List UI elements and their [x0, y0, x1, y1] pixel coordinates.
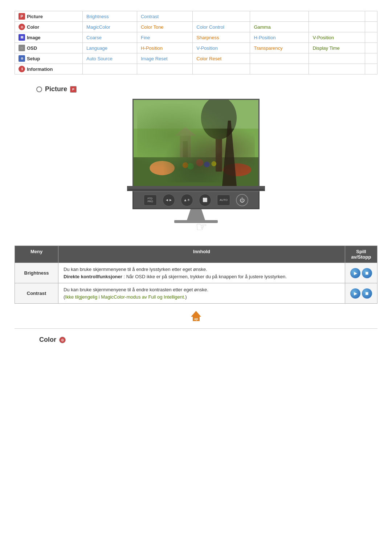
- svg-rect-14: [134, 100, 258, 129]
- control-btn-menu2[interactable]: ⬜: [199, 194, 211, 206]
- menu-cell-brightness: Brightness: [15, 263, 58, 283]
- col-header-menu: Meny: [15, 246, 58, 263]
- nav-hposition-osd[interactable]: H-Position: [141, 45, 163, 51]
- svg-point-3: [201, 100, 237, 139]
- content-cell-contrast: Du kan bruke skjermmenyene til å endre k…: [58, 283, 345, 304]
- nav-sharpness[interactable]: Sharpness: [196, 35, 219, 40]
- nav-label-information[interactable]: ℹ Information: [19, 66, 79, 72]
- nav-contrast[interactable]: Contrast: [141, 14, 159, 19]
- monitor-stand: [187, 209, 205, 220]
- monitor-controls: FTDPRO ◄► ▲☀ ⬜ AUTO ⏻: [132, 191, 260, 209]
- play-cell-contrast: ▶ ⏹: [345, 283, 377, 304]
- nav-colorreset[interactable]: Color Reset: [196, 56, 221, 61]
- brightness-content: Du kan bruke skjermmenyene til å endre l…: [64, 267, 287, 279]
- brightness-bold: Direkte kontrollfunksjoner: [64, 274, 122, 279]
- nav-coarse[interactable]: Coarse: [86, 35, 102, 40]
- color-section-header: Color ◎: [36, 336, 377, 344]
- contrast-play-buttons: ▶ ⏹: [350, 288, 372, 299]
- nav-label-setup[interactable]: ⚙ Setup: [19, 55, 79, 62]
- nav-hposition-img[interactable]: H-Position: [254, 35, 275, 40]
- section-divider: [15, 328, 377, 329]
- contrast-play-btn[interactable]: ▶: [350, 288, 360, 299]
- nav-autosource[interactable]: Auto Source: [86, 56, 113, 61]
- table-header-row: Meny Innhold Spillav/Stopp: [15, 246, 377, 263]
- control-btn-power[interactable]: ⏻: [236, 194, 248, 206]
- nav-brightness[interactable]: Brightness: [86, 14, 109, 19]
- control-btn-auto[interactable]: AUTO: [217, 195, 230, 206]
- monitor-bezel: [127, 186, 265, 191]
- table-row-contrast: Contrast Du kan bruke skjermmenyene til …: [15, 283, 377, 304]
- up-arrow-wrapper: up: [15, 311, 377, 321]
- navigation-table: P Picture Brightness Contrast ◎ Color Ma…: [15, 11, 377, 74]
- nav-colorcontrol[interactable]: Color Control: [196, 24, 224, 30]
- table-row-brightness: Brightness Du kan bruke skjermmenyene ti…: [15, 263, 377, 283]
- nav-vposition-osd[interactable]: V-Position: [196, 45, 218, 51]
- nav-row-picture: P Picture Brightness Contrast: [15, 11, 377, 22]
- svg-point-13: [223, 163, 252, 177]
- arrow-head-icon: [191, 311, 201, 317]
- nav-row-image: 🖼 Image Coarse Fine Sharpness H-Position…: [15, 32, 377, 43]
- picture-section-title: Picture: [45, 85, 67, 93]
- control-btn-menu[interactable]: FTDPRO: [144, 195, 157, 206]
- brightness-label: Brightness: [24, 270, 49, 276]
- nav-row-osd: □ OSD Language H-Position V-Position Tra…: [15, 43, 377, 53]
- col-header-content: Innhold: [58, 246, 345, 263]
- color-small-icon: ◎: [59, 337, 66, 343]
- nav-displaytime[interactable]: Display Time: [313, 45, 339, 51]
- picture-circle-icon: [36, 86, 42, 92]
- up-label: up: [193, 317, 200, 321]
- svg-point-8: [204, 162, 210, 167]
- play-cell-brightness: ▶ ⏹: [345, 263, 377, 283]
- contrast-content: Du kan bruke skjermmenyene til å endre k…: [64, 287, 208, 300]
- monitor-display: FTDPRO ◄► ▲☀ ⬜ AUTO ⏻ ☞: [15, 99, 377, 235]
- svg-rect-4: [180, 136, 191, 157]
- svg-point-10: [211, 161, 216, 166]
- content-table-wrapper: Meny Innhold Spillav/Stopp Brightness Du…: [15, 246, 377, 304]
- nav-transparency[interactable]: Transparency: [254, 45, 282, 51]
- image-icon: 🖼: [19, 34, 25, 41]
- brightness-play-btn[interactable]: ▶: [350, 268, 360, 278]
- nav-magiccolor[interactable]: MagicColor: [86, 24, 110, 30]
- contrast-link[interactable]: Ikke tilgjengelig i MagicColor-modus av …: [65, 294, 185, 300]
- monitor-screen: [132, 99, 260, 186]
- svg-marker-5: [175, 127, 196, 136]
- up-arrow[interactable]: up: [191, 311, 201, 321]
- nav-gamma[interactable]: Gamma: [254, 24, 270, 30]
- svg-point-9: [187, 163, 194, 170]
- brightness-stop-btn[interactable]: ⏹: [362, 268, 372, 278]
- nav-language[interactable]: Language: [86, 45, 107, 51]
- nav-label-image[interactable]: 🖼 Image: [19, 34, 79, 41]
- nav-label-color[interactable]: ◎ Color: [19, 24, 79, 30]
- nav-vposition-img[interactable]: V-Position: [313, 35, 334, 40]
- svg-rect-1: [134, 157, 258, 186]
- svg-point-7: [196, 159, 203, 166]
- control-btn-back[interactable]: ◄►: [163, 194, 175, 206]
- svg-rect-6: [183, 141, 188, 157]
- svg-rect-0: [134, 100, 258, 186]
- info-icon: ℹ: [19, 66, 25, 72]
- nav-row-information: ℹ Information: [15, 64, 377, 74]
- content-cell-brightness: Du kan bruke skjermmenyene til å endre l…: [58, 263, 345, 283]
- hand-cursor-icon: ☞: [196, 219, 207, 235]
- nav-imagereset[interactable]: Image Reset: [141, 56, 168, 61]
- menu-cell-contrast: Contrast: [15, 283, 58, 304]
- svg-point-11: [183, 162, 188, 168]
- svg-point-12: [150, 161, 175, 175]
- picture-small-icon: P: [70, 86, 77, 93]
- picture-section-header: Picture P: [36, 85, 377, 93]
- contrast-label: Contrast: [27, 291, 46, 296]
- monitor-image: [134, 100, 258, 186]
- setup-icon: ⚙: [19, 55, 25, 62]
- contrast-stop-btn[interactable]: ⏹: [362, 288, 372, 299]
- nav-colortone[interactable]: Color Tone: [141, 24, 164, 30]
- nav-label-picture[interactable]: P Picture: [19, 13, 79, 20]
- picture-icon: P: [19, 13, 25, 20]
- nav-row-setup: ⚙ Setup Auto Source Image Reset Color Re…: [15, 53, 377, 64]
- osd-icon: □: [19, 45, 25, 51]
- color-icon: ◎: [19, 24, 25, 30]
- nav-fine[interactable]: Fine: [141, 35, 150, 40]
- nav-label-osd[interactable]: □ OSD: [19, 45, 79, 51]
- control-btn-brightness[interactable]: ▲☀: [181, 194, 193, 206]
- content-table: Meny Innhold Spillav/Stopp Brightness Du…: [15, 246, 377, 304]
- svg-rect-2: [216, 114, 222, 172]
